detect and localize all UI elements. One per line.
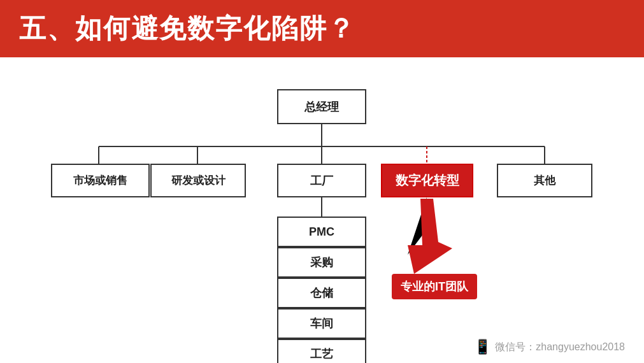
wechat-icon: 📱 — [474, 339, 491, 355]
header: 五、如何避免数字化陷阱？ — [0, 0, 644, 57]
annotation-box: 专业的IT团队 — [392, 274, 477, 299]
box-other: 其他 — [497, 164, 592, 197]
box-rd: 研发或设计 — [150, 164, 246, 197]
watermark: 📱 微信号：zhangyuezhou2018 — [474, 339, 625, 355]
box-factory: 工厂 — [277, 164, 366, 197]
box-factory-child-3: 车间 — [277, 308, 366, 339]
box-factory-child-4: 工艺 — [277, 339, 366, 363]
header-title: 五、如何避免数字化陷阱？ — [19, 11, 355, 46]
box-factory-child-1: 采购 — [277, 247, 366, 278]
watermark-text: 微信号：zhangyuezhou2018 — [495, 341, 625, 354]
box-digital: 数字化转型 — [381, 164, 473, 197]
box-root: 总经理 — [277, 89, 366, 124]
box-factory-child-2: 仓储 — [277, 278, 366, 308]
box-market: 市场或销售 — [51, 164, 150, 197]
svg-marker-23 — [408, 199, 452, 274]
main-content: 总经理 市场或销售 研发或设计 工厂 数字化转型 其他 专业的IT团队 📱 微信… — [0, 57, 644, 363]
box-factory-child-0: PMC — [277, 217, 366, 247]
